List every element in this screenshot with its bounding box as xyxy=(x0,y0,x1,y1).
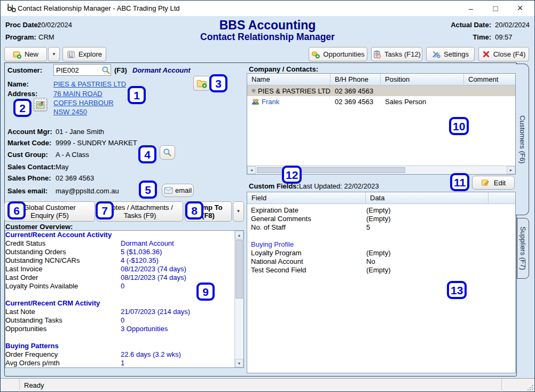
contacts-label: Company / Contacts: xyxy=(249,65,318,73)
account-mgr-label: Account Mgr: xyxy=(7,128,52,136)
tab-customers-label: Customers (F6) xyxy=(518,115,526,163)
tasks-icon xyxy=(373,50,381,59)
customer-code-field-wrap xyxy=(53,64,111,76)
overview-row: Credit StatusDormant Account xyxy=(5,239,230,248)
annotation-7: 7 xyxy=(96,201,114,219)
tab-customers[interactable]: Customers (F6) xyxy=(516,64,529,215)
scroll-right-icon[interactable]: ► xyxy=(507,166,515,174)
sales-contact-value: May xyxy=(56,163,69,171)
folder-plus-icon xyxy=(196,79,207,88)
custom-fields-last-updated: Last Updated: 22/02/2023 xyxy=(299,182,379,190)
explore-button[interactable]: Explore xyxy=(62,47,106,61)
tab-suppliers[interactable]: Suppliers (F7) xyxy=(517,218,529,279)
customer-search-icon[interactable] xyxy=(101,66,111,75)
overview-section-title: Current/Recent Account Activity xyxy=(5,231,230,239)
status-cell-right xyxy=(501,379,534,392)
scroll-down-icon[interactable]: ▼ xyxy=(235,359,243,367)
settings-button[interactable]: Settings xyxy=(426,47,475,61)
contacts-row-company[interactable]: PIES & PASTRIES LTD 02 369 4563 xyxy=(247,85,515,96)
annotation-11: 11 xyxy=(450,173,469,191)
custom-col-field[interactable]: Field xyxy=(247,192,366,204)
customer-f3-hint: (F3) xyxy=(114,66,127,74)
sales-email-label: Sales email: xyxy=(7,187,48,195)
maximize-icon: □ xyxy=(493,4,498,13)
opportunities-button[interactable]: Opportunities xyxy=(309,47,367,61)
sales-phone-value: 02 369 4563 xyxy=(56,174,94,182)
cust-group-label: Cust Group: xyxy=(7,151,48,159)
contact-phone: 02 369 4563 xyxy=(335,98,373,106)
contacts-col-phone[interactable]: B/H Phone xyxy=(331,74,381,85)
annotation-4: 4 xyxy=(138,145,156,163)
contact-phone: 02 369 4563 xyxy=(335,87,373,95)
window-title: Contact Relationship Manager - ABC Tradi… xyxy=(18,4,180,12)
edit-custom-fields-button[interactable]: Edit xyxy=(472,176,515,190)
address-line1-link[interactable]: 76 MAIN ROAD xyxy=(53,90,103,98)
overview-row: Last Invoice08/12/2023 (74 days) xyxy=(5,265,230,273)
overview-row: Avg Orders p/mth1 xyxy=(5,359,230,367)
annotation-12: 12 xyxy=(282,166,302,184)
chevron-down-icon: ▼ xyxy=(237,209,241,214)
minimize-button[interactable]: – xyxy=(459,1,483,16)
new-dropdown-button[interactable]: ▼ xyxy=(48,47,60,61)
buying-profile-link[interactable]: Buying Profile xyxy=(251,240,366,249)
contacts-hscroll-thumb[interactable] xyxy=(257,167,405,173)
customer-name-link[interactable]: PIES & PASTRIES LTD xyxy=(53,80,126,88)
contacts-row-person[interactable]: Frank 02 369 4563 Sales Person xyxy=(247,96,515,107)
status-bar: Ready xyxy=(1,378,534,391)
custom-fields-table-header: Field Data xyxy=(247,192,515,204)
annotation-5: 5 xyxy=(139,181,157,199)
sales-email-value: may@ppsltd.com.au xyxy=(56,187,119,195)
cust-group-search-button[interactable] xyxy=(160,145,175,160)
address-line3-link[interactable]: NSW 2450 xyxy=(53,108,87,116)
contacts-col-position[interactable]: Position xyxy=(381,74,464,85)
status-text: Ready xyxy=(24,381,44,389)
notes-attachments-tasks-label: Notes / Attachments / Tasks (F9) xyxy=(105,203,175,219)
settings-button-label: Settings xyxy=(444,50,469,58)
close-icon: × xyxy=(517,3,523,14)
maximize-button[interactable]: □ xyxy=(483,1,508,16)
close-form-button[interactable]: Close (F4) xyxy=(478,47,529,61)
contact-icon xyxy=(251,98,259,105)
overview-label: Customer Overview: xyxy=(5,223,73,231)
custom-field-row: No. of Staff5 xyxy=(251,223,502,232)
cust-group-value: A - A Class xyxy=(56,151,89,159)
custom-col-data[interactable]: Data xyxy=(366,192,489,204)
app-window: Contact Relationship Manager - ABC Tradi… xyxy=(0,0,535,392)
time-label: Time: xyxy=(437,33,491,41)
new-button-label: New xyxy=(25,50,38,58)
new-button[interactable]: New xyxy=(4,47,47,61)
email-button[interactable]: email xyxy=(162,184,194,197)
new-contact-button[interactable] xyxy=(193,76,210,91)
custom-field-row: Expiration Date(Empty) xyxy=(251,206,502,215)
resize-grip-icon[interactable] xyxy=(527,385,533,391)
contacts-table-header: Name B/H Phone Position Comment xyxy=(247,74,515,85)
contacts-col-comment[interactable]: Comment xyxy=(464,74,515,85)
tasks-button[interactable]: Tasks (F12) xyxy=(371,47,422,61)
contacts-col-name[interactable]: Name xyxy=(247,74,331,85)
overview-scroll-thumb[interactable] xyxy=(235,240,243,299)
annotation-6: 6 xyxy=(7,201,26,219)
close-form-button-label: Close (F4) xyxy=(493,50,526,58)
market-code-label: Market Code: xyxy=(7,139,51,147)
jump-to-dropdown-button[interactable]: ▼ xyxy=(233,201,244,222)
overview-row: Opportunities3 Opportunities xyxy=(5,325,230,333)
global-enquiry-label: Global Customer Enquiry (F5) xyxy=(18,203,82,219)
address-label: Address: xyxy=(7,90,37,98)
account-mgr-value: 01 - Jane Smith xyxy=(56,128,104,136)
contact-name: PIES & PASTRIES LTD xyxy=(258,87,331,95)
custom-field-row: Loyalty Program(Empty) xyxy=(251,249,502,257)
explore-icon xyxy=(67,50,75,59)
explore-button-label: Explore xyxy=(78,50,102,58)
overview-row: Last Note21/07/2023 (214 days) xyxy=(5,308,230,316)
close-window-button[interactable]: × xyxy=(508,1,532,16)
minimize-icon: – xyxy=(469,4,473,13)
status-cell-left xyxy=(1,379,20,392)
scroll-up-icon[interactable]: ▲ xyxy=(235,231,243,239)
overview-content: Current/Recent Account Activity Credit S… xyxy=(5,231,230,367)
scroll-left-icon[interactable]: ◄ xyxy=(247,166,256,174)
customer-code-input[interactable] xyxy=(54,66,101,74)
map-button[interactable] xyxy=(33,98,48,112)
address-line2-link[interactable]: COFFS HARBOUR xyxy=(53,99,114,107)
contact-name-link[interactable]: Frank xyxy=(262,98,279,106)
email-icon xyxy=(164,187,173,194)
